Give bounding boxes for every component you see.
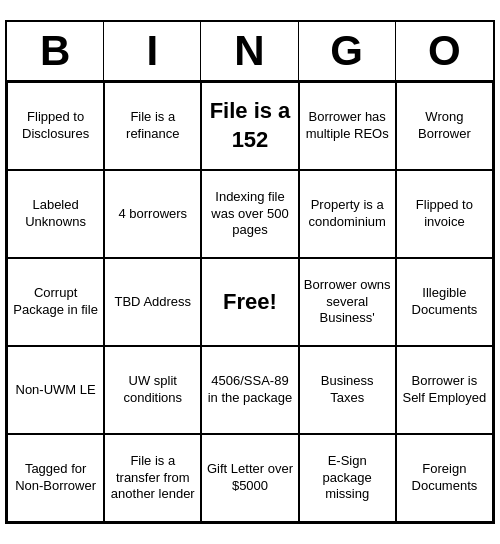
bingo-cell-4[interactable]: Wrong Borrower xyxy=(396,82,493,170)
free-space[interactable]: Free! xyxy=(201,258,298,346)
bingo-header: BINGO xyxy=(7,22,493,82)
bingo-cell-8[interactable]: Property is a condominium xyxy=(299,170,396,258)
bingo-cell-17[interactable]: 4506/SSA-89 in the package xyxy=(201,346,298,434)
bingo-cell-9[interactable]: Flipped to invoice xyxy=(396,170,493,258)
bingo-grid: Flipped to DisclosuresFile is a refinanc… xyxy=(7,82,493,522)
bingo-cell-21[interactable]: File is a transfer from another lender xyxy=(104,434,201,522)
bingo-letter-I: I xyxy=(104,22,201,80)
bingo-cell-10[interactable]: Corrupt Package in file xyxy=(7,258,104,346)
bingo-cell-24[interactable]: Foreign Documents xyxy=(396,434,493,522)
bingo-letter-B: B xyxy=(7,22,104,80)
bingo-letter-G: G xyxy=(299,22,396,80)
bingo-cell-23[interactable]: E-Sign package missing xyxy=(299,434,396,522)
bingo-letter-O: O xyxy=(396,22,493,80)
bingo-letter-N: N xyxy=(201,22,298,80)
bingo-cell-13[interactable]: Borrower owns several Business' xyxy=(299,258,396,346)
bingo-cell-22[interactable]: Gift Letter over $5000 xyxy=(201,434,298,522)
bingo-cell-19[interactable]: Borrower is Self Employed xyxy=(396,346,493,434)
bingo-cell-16[interactable]: UW split conditions xyxy=(104,346,201,434)
bingo-cell-3[interactable]: Borrower has multiple REOs xyxy=(299,82,396,170)
bingo-cell-5[interactable]: Labeled Unknowns xyxy=(7,170,104,258)
bingo-cell-1[interactable]: File is a refinance xyxy=(104,82,201,170)
bingo-card: BINGO Flipped to DisclosuresFile is a re… xyxy=(5,20,495,524)
bingo-cell-18[interactable]: Business Taxes xyxy=(299,346,396,434)
bingo-cell-6[interactable]: 4 borrowers xyxy=(104,170,201,258)
bingo-cell-0[interactable]: Flipped to Disclosures xyxy=(7,82,104,170)
bingo-cell-11[interactable]: TBD Address xyxy=(104,258,201,346)
bingo-cell-14[interactable]: Illegible Documents xyxy=(396,258,493,346)
bingo-cell-7[interactable]: Indexing file was over 500 pages xyxy=(201,170,298,258)
bingo-cell-20[interactable]: Tagged for Non-Borrower xyxy=(7,434,104,522)
bingo-cell-2[interactable]: File is a 152 xyxy=(201,82,298,170)
bingo-cell-15[interactable]: Non-UWM LE xyxy=(7,346,104,434)
